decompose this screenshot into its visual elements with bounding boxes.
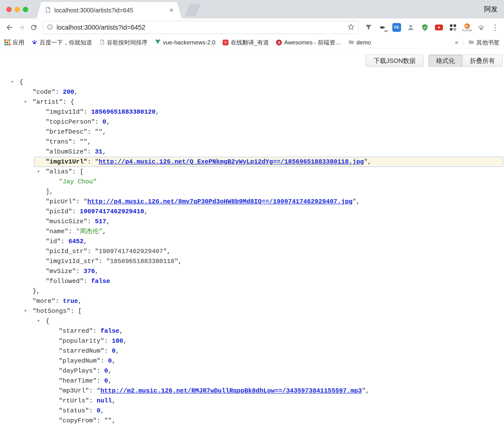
json-token: ,: [84, 238, 87, 245]
bookmark-label: 在线翻译_有道: [231, 39, 269, 46]
bookmark-demo-folder[interactable]: demo: [348, 39, 371, 46]
json-token: "id": [46, 238, 61, 245]
extension-fehelper-icon[interactable]: FE: [391, 21, 402, 34]
page-icon: [99, 39, 105, 46]
json-line: "copyFrom": "",: [0, 416, 504, 426]
json-token: :: [101, 357, 108, 365]
extension-player-icon[interactable]: ▶ PLAYER: [462, 21, 472, 34]
browser-menu-icon[interactable]: ⋮: [490, 23, 501, 32]
new-tab-button[interactable]: [185, 4, 201, 17]
json-token: ,: [108, 377, 112, 384]
json-line: "picUrl": "http://p4.music.126.net/8mv7q…: [0, 197, 504, 207]
browser-tab[interactable]: localhost:3000/artists?id=645 ×: [36, 2, 182, 18]
json-line: "picId_str": "19097417462929407",: [0, 247, 504, 256]
json-token: :: [70, 307, 78, 315]
json-token: :: [87, 158, 95, 165]
extension-funnel-icon[interactable]: [363, 21, 374, 34]
browser-window: localhost:3000/artists?id=645 × 阿发 local…: [0, 0, 504, 426]
bookmark-google-sort[interactable]: 谷歌按时间排序: [99, 39, 148, 46]
json-line: "trans": "",: [0, 137, 504, 147]
json-line: "starredNum": 0,: [0, 346, 504, 356]
youdao-en-label: en: [385, 29, 388, 33]
json-line: ▼"artist": {: [0, 97, 504, 107]
profile-button[interactable]: 阿发: [484, 0, 498, 18]
bookmark-label: vue-hackernews-2.0: [163, 39, 215, 46]
json-token: "img1v1Id": [46, 108, 84, 116]
json-token: "": [80, 138, 87, 145]
json-token: :: [87, 248, 95, 255]
minimize-window-button[interactable]: [15, 7, 20, 12]
json-token: null: [97, 397, 112, 404]
json-token: ,: [102, 148, 106, 155]
extension-shield-icon[interactable]: [420, 21, 430, 34]
extension-youdao-pen-icon[interactable]: ✒ en: [377, 21, 388, 34]
vue-logo-icon: [155, 39, 161, 46]
json-token: 6452: [68, 238, 84, 245]
json-token: "img1v1Id_str": [46, 258, 99, 265]
collapse-all-button[interactable]: 折叠所有: [462, 55, 503, 67]
json-line: "mp3Url": "http://m2.music.126.net/RMJR7…: [0, 386, 504, 396]
json-url-link[interactable]: http://p4.music.126.net/Q_ExePNkmgB2yWyL…: [99, 158, 364, 165]
json-line: "status": 0,: [0, 406, 504, 416]
json-token: {: [70, 98, 74, 106]
extension-qrcode-icon[interactable]: [448, 21, 458, 34]
bookmark-awesomes[interactable]: A Awesomes - 前端资…: [276, 39, 341, 46]
json-token: :: [89, 397, 97, 404]
collapse-toggle-icon[interactable]: ▼: [24, 306, 26, 316]
bookmark-vue-hackernews[interactable]: vue-hackernews-2.0: [155, 39, 215, 46]
json-token: ,: [119, 327, 123, 335]
address-bar[interactable]: localhost:3000/artists?id=6452: [43, 21, 359, 34]
extension-paw-icon[interactable]: [476, 21, 487, 34]
json-token: ,: [123, 337, 127, 345]
json-token: "popularity": [59, 337, 104, 345]
extension-youtube-icon[interactable]: [434, 21, 444, 34]
bookmark-baidu[interactable]: 百度一下，你就知道: [32, 39, 92, 46]
page-info-icon[interactable]: [47, 24, 53, 31]
download-json-button[interactable]: 下载JSON数据: [366, 55, 424, 67]
other-bookmarks-folder[interactable]: 其他书签: [468, 39, 500, 46]
json-token: :: [87, 128, 95, 136]
collapse-toggle-icon[interactable]: ▼: [24, 97, 26, 107]
json-token: ,: [112, 417, 116, 424]
json-url-link[interactable]: http://p4.music.126.net/8mv7qP30Pd3oHW8b…: [87, 198, 353, 205]
json-token: ,: [102, 228, 106, 235]
json-line: "picId": 19097417462929410,: [0, 207, 504, 217]
json-token: "rtUrls": [59, 397, 89, 404]
json-token: ": [84, 198, 87, 205]
json-token: ,: [116, 347, 119, 355]
forward-button[interactable]: [16, 21, 28, 34]
bookmark-star-icon[interactable]: [347, 23, 355, 32]
bookmark-apps[interactable]: 应用: [4, 39, 24, 46]
json-line: "dayPlays": 0,: [0, 366, 504, 376]
json-token: :: [84, 278, 91, 285]
json-token: ,: [106, 218, 110, 225]
json-url-link[interactable]: http://m2.music.126.net/RMJR7wDullRqppBk…: [101, 387, 362, 394]
collapse-toggle-icon[interactable]: ▼: [37, 167, 40, 177]
json-token: ": [364, 158, 368, 165]
json-token: "name": [46, 228, 68, 235]
bookmark-label: 应用: [13, 39, 24, 46]
json-token: :: [72, 208, 80, 215]
json-token: :: [55, 298, 63, 305]
zoom-window-button[interactable]: [23, 7, 28, 12]
bookmarks-overflow-chevron[interactable]: »: [455, 39, 458, 46]
format-button[interactable]: 格式化: [428, 55, 462, 67]
tab-close-icon[interactable]: ×: [169, 6, 173, 14]
url-text[interactable]: localhost:3000/artists?id=6452: [57, 24, 347, 31]
back-button[interactable]: [3, 21, 16, 34]
bookmark-youdao[interactable]: Y 在线翻译_有道: [223, 39, 269, 46]
json-token: :: [89, 407, 97, 414]
json-token: ,: [156, 108, 160, 116]
json-token: :: [55, 88, 63, 96]
json-line: "code": 200,: [0, 87, 504, 97]
close-window-button[interactable]: [6, 7, 12, 12]
json-token: 19097417462929410: [80, 208, 144, 215]
collapse-toggle-icon[interactable]: ▼: [37, 316, 40, 326]
collapse-toggle-icon[interactable]: ▼: [11, 77, 13, 87]
youdao-logo-icon: Y: [223, 40, 228, 45]
json-token: true: [63, 298, 78, 305]
json-token: "albumSize": [46, 148, 87, 155]
extension-contacts-icon[interactable]: [405, 21, 416, 34]
json-line: "followed": false: [0, 276, 504, 286]
reload-button[interactable]: [28, 21, 40, 34]
